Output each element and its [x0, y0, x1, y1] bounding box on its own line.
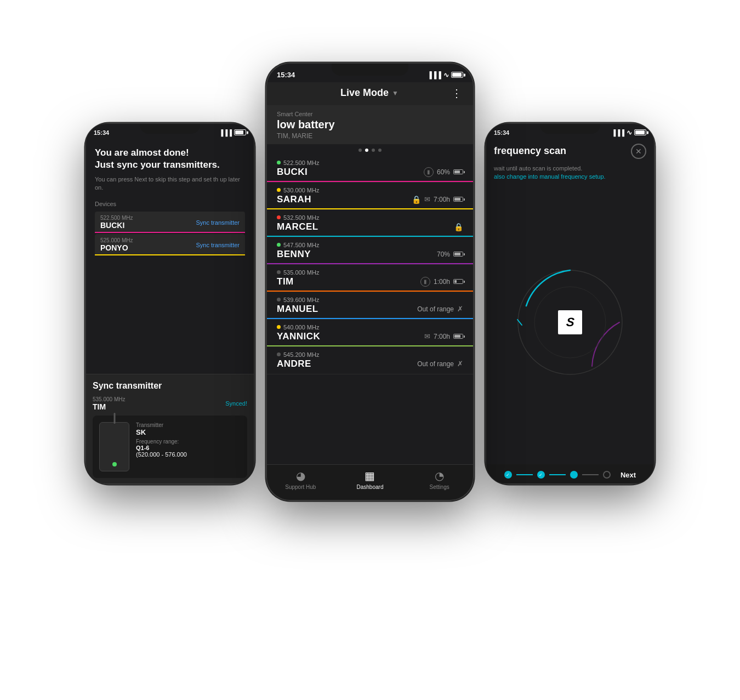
- sarah-mute-icon: ✉: [424, 195, 430, 203]
- transmitter-label: Transmitter: [136, 422, 187, 428]
- andre-bluetooth-icon: ✗: [457, 360, 463, 368]
- device-item-yannick[interactable]: 540.000 MHz YANNICK ✉ 7:00h: [266, 320, 474, 347]
- left-notch: [140, 123, 200, 134]
- center-header: Live Mode ▼ ⋮: [266, 82, 474, 105]
- sync-device-1-name: BUCKI: [100, 221, 133, 230]
- right-screen: 15:34 ▐▐▐ ∿ frequency scan ✕ wait until …: [485, 123, 655, 485]
- benny-status: 70%: [437, 251, 463, 258]
- freq-range-range: (520.000 - 576.000: [136, 451, 187, 458]
- freq-scan-title: frequency scan: [494, 145, 566, 157]
- sync-device-1[interactable]: 522.500 MHz BUCKI Sync transmitter: [95, 212, 245, 233]
- sk-device-icon: [99, 422, 129, 471]
- sync-device-1-info: 522.500 MHz BUCKI: [100, 215, 133, 230]
- nav-settings[interactable]: ◔ Settings: [423, 469, 456, 490]
- progress-step-2: ✓: [537, 471, 545, 479]
- sync-device-2-freq: 525.000 MHz: [100, 237, 133, 243]
- yannick-mute-icon: ✉: [424, 332, 430, 340]
- bucki-freq: 522.500 MHz: [277, 160, 463, 166]
- device-item-benny[interactable]: 547.500 MHz BENNY 70%: [266, 237, 474, 265]
- center-screen: 15:34 ▐▐▐ ∿ Live Mode ▼ ⋮: [266, 62, 474, 501]
- tim-freq: 535.000 MHz: [277, 269, 463, 276]
- setup-title: You are almost done!Just sync your trans…: [95, 147, 245, 171]
- smart-center-sub: TIM, MARIE: [277, 132, 463, 140]
- right-signal-icon: ▐▐▐: [612, 129, 624, 136]
- left-time: 15:34: [94, 129, 109, 136]
- sarah-freq: 530.000 MHz: [277, 187, 463, 194]
- progress-step-4: [603, 471, 611, 479]
- more-menu-button[interactable]: ⋮: [451, 87, 463, 100]
- right-notch: [540, 123, 600, 134]
- freq-scan-header: frequency scan ✕: [485, 138, 655, 164]
- manuel-range-label: Out of range: [417, 305, 454, 313]
- dropdown-arrow-icon[interactable]: ▼: [392, 89, 399, 97]
- device-item-bucki[interactable]: 522.500 MHz BUCKI ▮ 60%: [266, 155, 474, 183]
- sync-overlay-title: Sync transmitter: [93, 381, 247, 391]
- battery-icon: [234, 129, 246, 135]
- close-button[interactable]: ✕: [631, 144, 646, 159]
- right-phone: 15:34 ▐▐▐ ∿ frequency scan ✕ wait until …: [485, 123, 655, 485]
- tim-status: ▮ 1:00h: [420, 277, 463, 287]
- scan-link[interactable]: also change into manual frequency setup.: [494, 173, 606, 180]
- center-phone: 15:34 ▐▐▐ ∿ Live Mode ▼ ⋮: [266, 62, 474, 501]
- sync-overlay-freq: 535.000 MHz: [93, 396, 125, 402]
- benny-freq: 547.500 MHz: [277, 242, 463, 248]
- nav-support-label: Support Hub: [285, 484, 316, 490]
- next-button[interactable]: Next: [621, 471, 636, 479]
- bucki-battery: [453, 169, 463, 174]
- sync-device-2-info: 525.000 MHz PONYO: [100, 237, 133, 252]
- nav-dashboard-label: Dashboard: [357, 484, 384, 490]
- sync-overlay-name: TIM: [93, 402, 125, 411]
- wifi-icon: ∿: [443, 71, 449, 79]
- manuel-status: Out of range ✗: [417, 305, 463, 313]
- nav-support-hub[interactable]: ◕ Support Hub: [284, 469, 317, 490]
- sync-device-2-name: PONYO: [100, 243, 133, 252]
- center-status-icons: ▐▐▐ ∿: [427, 71, 463, 79]
- sarah-battery: [453, 197, 463, 202]
- support-hub-icon: ◕: [296, 469, 305, 482]
- center-time: 15:34: [277, 71, 295, 79]
- marcel-name: MARCEL: [277, 221, 318, 232]
- right-status-icons: ▐▐▐ ∿: [612, 129, 646, 136]
- progress-step-3: [570, 471, 578, 479]
- left-screen: 15:34 ▐▐▐ You are almost done!Just sync …: [85, 123, 255, 485]
- sarah-name: SARAH: [277, 194, 311, 205]
- center-battery-icon: [451, 72, 463, 78]
- device-item-andre[interactable]: 545.200 MHz ANDRE Out of range ✗: [266, 347, 474, 374]
- tim-battery: [453, 279, 463, 284]
- live-mode-label: Live Mode: [340, 87, 389, 99]
- marcel-lock-icon: 🔒: [454, 223, 463, 231]
- bucki-status: ▮ 60%: [424, 167, 463, 177]
- nav-dashboard[interactable]: ▦ Dashboard: [354, 469, 386, 490]
- progress-bar: ✓ ✓ Next: [485, 464, 655, 485]
- progress-step-1: ✓: [504, 471, 512, 479]
- device-item-marcel[interactable]: 532.500 MHz MARCEL 🔒: [266, 210, 474, 237]
- benny-name: BENNY: [277, 249, 311, 260]
- center-notch: [332, 62, 408, 76]
- device-item-manuel[interactable]: 539.600 MHz MANUEL Out of range ✗: [266, 292, 474, 320]
- yannick-status: ✉ 7:00h: [424, 332, 463, 340]
- devices-label: Devices: [95, 201, 245, 207]
- andre-range-label: Out of range: [417, 360, 454, 368]
- andre-status-dot: [277, 352, 281, 356]
- right-battery-icon: [634, 129, 646, 135]
- sync-device-2-btn[interactable]: Sync transmitter: [196, 242, 240, 248]
- scene: 15:34 ▐▐▐ You are almost done!Just sync …: [69, 35, 671, 665]
- yannick-freq: 540.000 MHz: [277, 324, 463, 331]
- bucki-status-dot: [277, 161, 281, 164]
- sync-device-1-btn[interactable]: Sync transmitter: [196, 219, 240, 226]
- manuel-status-dot: [277, 298, 281, 301]
- dot-1: [358, 149, 362, 152]
- yannick-name: YANNICK: [277, 331, 320, 342]
- device-item-sarah[interactable]: 530.000 MHz SARAH 🔒 ✉ 7:00h: [266, 183, 474, 210]
- senn-s-letter: S: [566, 315, 575, 329]
- right-time: 15:34: [494, 129, 509, 136]
- marcel-freq: 532.500 MHz: [277, 214, 463, 221]
- device-item-tim[interactable]: 535.000 MHz TIM ▮ 1:00h: [266, 265, 474, 292]
- manuel-bluetooth-icon: ✗: [457, 305, 463, 313]
- signal-icon: ▐▐▐: [219, 129, 232, 136]
- sarah-status-dot: [277, 188, 281, 192]
- freq-range-value: Q1-6: [136, 445, 187, 451]
- sarah-status: 🔒 ✉ 7:00h: [412, 195, 463, 204]
- sync-device-2[interactable]: 525.000 MHz PONYO Sync transmitter: [95, 234, 245, 255]
- andre-name: ANDRE: [277, 358, 311, 369]
